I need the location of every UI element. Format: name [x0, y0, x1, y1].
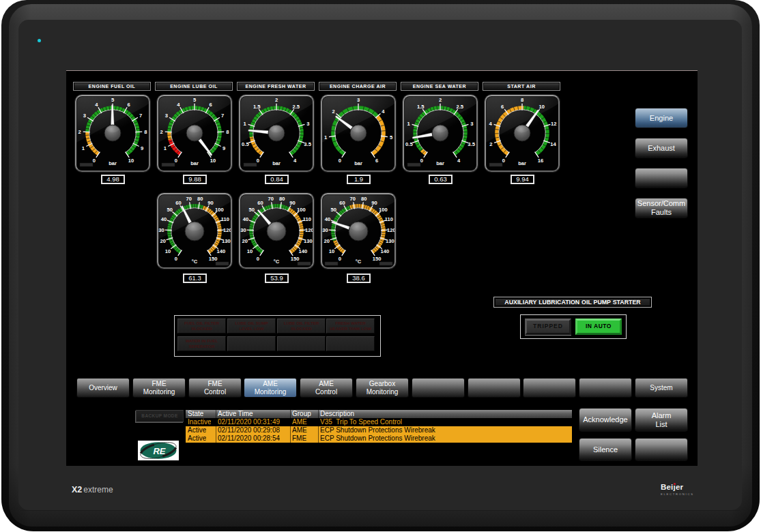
svg-text:12: 12 — [551, 121, 556, 127]
svg-text:110: 110 — [385, 216, 393, 222]
svg-text:8: 8 — [144, 129, 147, 135]
svg-text:°C: °C — [274, 258, 280, 265]
svg-text:bar: bar — [354, 160, 362, 166]
svg-text:1.5: 1.5 — [417, 104, 425, 110]
svg-text:50: 50 — [167, 207, 172, 213]
svg-text:120: 120 — [305, 227, 313, 233]
svg-text:90: 90 — [371, 200, 377, 206]
svg-text:0: 0 — [502, 158, 505, 164]
svg-text:14: 14 — [550, 141, 556, 147]
svg-text:2: 2 — [489, 141, 492, 147]
svg-text:70: 70 — [268, 196, 274, 202]
svg-text:7: 7 — [139, 113, 142, 119]
svg-text:7: 7 — [221, 113, 224, 119]
svg-text:2: 2 — [275, 97, 278, 103]
svg-text:8: 8 — [521, 97, 523, 103]
svg-text:1: 1 — [164, 145, 167, 151]
svg-text:2: 2 — [78, 129, 81, 135]
svg-text:40: 40 — [325, 216, 330, 222]
svg-text:0: 0 — [339, 256, 341, 262]
svg-text:10: 10 — [329, 248, 334, 254]
svg-text:30: 30 — [322, 227, 328, 233]
svg-text:110: 110 — [221, 216, 229, 222]
svg-text:bar: bar — [190, 160, 199, 166]
svg-text:100: 100 — [379, 207, 388, 213]
svg-text:3: 3 — [165, 113, 168, 119]
svg-text:100: 100 — [297, 207, 306, 213]
svg-text:2: 2 — [332, 108, 335, 115]
svg-text:100: 100 — [215, 207, 224, 213]
svg-text:10: 10 — [128, 158, 134, 164]
svg-text:bar: bar — [109, 160, 117, 166]
svg-text:80: 80 — [361, 196, 367, 202]
svg-text:°C: °C — [356, 258, 362, 265]
svg-text:130: 130 — [386, 238, 394, 244]
svg-text:50: 50 — [248, 207, 254, 213]
svg-text:150: 150 — [291, 256, 300, 262]
svg-text:30: 30 — [240, 227, 246, 233]
svg-text:0: 0 — [257, 158, 259, 164]
svg-text:140: 140 — [217, 248, 226, 254]
svg-text:150: 150 — [373, 256, 382, 262]
svg-text:2.5: 2.5 — [457, 104, 464, 110]
svg-text:130: 130 — [304, 238, 313, 244]
svg-text:1.5: 1.5 — [253, 104, 261, 110]
svg-text:0.5: 0.5 — [242, 141, 249, 147]
svg-text:20: 20 — [160, 238, 165, 244]
svg-text:70: 70 — [350, 196, 356, 202]
svg-text:40: 40 — [161, 216, 167, 222]
svg-text:150: 150 — [209, 256, 218, 262]
svg-text:5: 5 — [390, 134, 393, 141]
svg-text:0: 0 — [339, 158, 341, 164]
svg-text:60: 60 — [257, 200, 263, 206]
svg-text:bar: bar — [518, 160, 526, 166]
svg-text:60: 60 — [175, 200, 181, 206]
svg-text:60: 60 — [339, 200, 345, 206]
svg-text:1: 1 — [82, 145, 85, 151]
svg-text:0.5: 0.5 — [405, 141, 413, 147]
svg-text:0: 0 — [175, 158, 177, 164]
svg-text:2: 2 — [439, 97, 442, 103]
svg-text:140: 140 — [381, 248, 390, 254]
svg-text:8: 8 — [226, 129, 229, 135]
svg-text:20: 20 — [242, 238, 247, 244]
svg-text:16: 16 — [538, 158, 543, 164]
svg-text:50: 50 — [330, 207, 336, 213]
svg-text:80: 80 — [279, 196, 285, 202]
svg-text:°C: °C — [192, 258, 198, 265]
svg-text:70: 70 — [186, 196, 192, 202]
svg-text:80: 80 — [197, 196, 203, 202]
svg-text:20: 20 — [324, 238, 329, 244]
svg-text:140: 140 — [299, 248, 308, 254]
svg-text:3: 3 — [83, 113, 86, 119]
svg-text:6: 6 — [209, 102, 212, 108]
svg-text:6: 6 — [375, 158, 378, 164]
svg-text:10: 10 — [210, 158, 216, 164]
svg-text:10: 10 — [165, 248, 171, 254]
svg-text:bar: bar — [272, 160, 281, 166]
svg-text:6: 6 — [127, 102, 130, 108]
svg-text:40: 40 — [243, 216, 248, 222]
svg-text:3.5: 3.5 — [468, 141, 475, 147]
svg-text:90: 90 — [207, 200, 213, 206]
svg-text:6: 6 — [501, 104, 504, 110]
svg-text:0: 0 — [420, 158, 423, 164]
svg-text:9: 9 — [222, 145, 225, 151]
svg-text:3.5: 3.5 — [304, 141, 311, 147]
svg-text:10: 10 — [247, 248, 253, 254]
svg-text:0: 0 — [175, 256, 177, 262]
svg-text:4: 4 — [293, 158, 297, 164]
svg-text:bar: bar — [436, 160, 444, 166]
svg-text:10: 10 — [539, 104, 545, 110]
svg-text:130: 130 — [222, 238, 231, 244]
svg-text:110: 110 — [303, 216, 311, 222]
svg-text:4: 4 — [457, 158, 461, 164]
svg-text:2.5: 2.5 — [293, 104, 300, 110]
svg-text:0: 0 — [257, 256, 259, 262]
svg-text:3: 3 — [306, 121, 309, 127]
svg-text:9: 9 — [141, 145, 143, 151]
svg-text:0: 0 — [93, 158, 96, 164]
svg-text:30: 30 — [158, 227, 164, 233]
svg-text:RE: RE — [153, 446, 165, 456]
svg-text:90: 90 — [289, 200, 295, 206]
